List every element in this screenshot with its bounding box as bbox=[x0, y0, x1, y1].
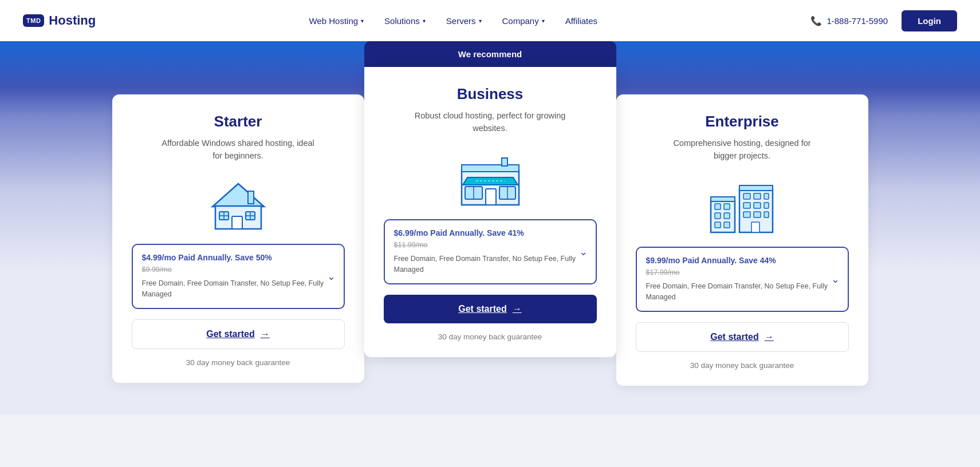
enterprise-price-box: $9.99/mo Paid Annually. Save 44% $17.99/… bbox=[636, 247, 849, 312]
nav-item-servers[interactable]: Servers ▾ bbox=[446, 16, 482, 26]
phone-icon: 📞 bbox=[810, 15, 822, 26]
chevron-down-icon: ▾ bbox=[479, 18, 482, 24]
logo-text: Hosting bbox=[49, 13, 96, 28]
enterprise-money-back: 30 day money back guarantee bbox=[690, 361, 794, 370]
business-price-chevron[interactable]: ⌄ bbox=[579, 246, 588, 258]
business-price-details: $11.99/mo Free Domain, Free Domain Trans… bbox=[394, 240, 587, 275]
svg-rect-18 bbox=[502, 158, 507, 166]
header-right: 📞 1-888-771-5990 Login bbox=[810, 10, 957, 31]
enterprise-get-started-button[interactable]: Get started → bbox=[636, 322, 849, 352]
svg-rect-3 bbox=[232, 216, 242, 229]
enterprise-price-main: $9.99/mo Paid Annually. Save 44% bbox=[646, 256, 839, 265]
nav-item-company[interactable]: Company ▾ bbox=[502, 16, 545, 26]
login-button[interactable]: Login bbox=[902, 10, 957, 31]
starter-title: Starter bbox=[214, 113, 262, 130]
svg-rect-36 bbox=[743, 212, 750, 217]
enterprise-title: Enterprise bbox=[705, 113, 779, 130]
arrow-right-icon: → bbox=[765, 332, 774, 342]
svg-rect-27 bbox=[724, 222, 730, 228]
starter-price-chevron[interactable]: ⌄ bbox=[327, 270, 336, 283]
recommend-banner-row: We recommend bbox=[112, 41, 868, 67]
starter-desc: Affordable Windows shared hosting, ideal… bbox=[158, 137, 318, 163]
phone-block: 📞 1-888-771-5990 bbox=[810, 15, 888, 26]
logo-badge: TMD bbox=[23, 14, 44, 27]
arrow-right-icon: → bbox=[513, 304, 522, 314]
enterprise-price-chevron[interactable]: ⌄ bbox=[831, 273, 840, 286]
svg-rect-33 bbox=[743, 203, 750, 208]
enterprise-price-original: $17.99/mo bbox=[646, 267, 680, 278]
svg-rect-22 bbox=[715, 204, 721, 209]
svg-rect-25 bbox=[724, 213, 730, 219]
svg-rect-32 bbox=[764, 193, 769, 199]
svg-rect-24 bbox=[715, 213, 721, 219]
logo[interactable]: TMD Hosting bbox=[23, 13, 96, 28]
business-illustration bbox=[456, 153, 525, 208]
starter-price-original: $9.99/mo bbox=[142, 264, 172, 275]
starter-get-started-button[interactable]: Get started → bbox=[132, 319, 345, 349]
svg-rect-37 bbox=[754, 212, 761, 217]
svg-rect-29 bbox=[739, 185, 773, 191]
business-price-box: $6.99/mo Paid Annually. Save 41% $11.99/… bbox=[384, 219, 597, 284]
svg-rect-34 bbox=[754, 203, 761, 208]
svg-rect-39 bbox=[751, 222, 759, 232]
business-card: Business Robust cloud hosting, perfect f… bbox=[364, 67, 616, 357]
business-price-main: $6.99/mo Paid Annually. Save 41% bbox=[394, 228, 587, 238]
svg-rect-35 bbox=[764, 203, 769, 208]
enterprise-illustration bbox=[708, 181, 777, 235]
chevron-down-icon: ▾ bbox=[423, 18, 426, 24]
nav-item-solutions[interactable]: Solutions ▾ bbox=[384, 16, 426, 26]
svg-rect-11 bbox=[462, 165, 519, 172]
svg-rect-26 bbox=[715, 222, 721, 228]
header: TMD Hosting Web Hosting ▾ Solutions ▾ Se… bbox=[0, 0, 980, 41]
starter-price-details: $9.99/mo Free Domain, Free Domain Transf… bbox=[142, 264, 334, 300]
starter-illustration bbox=[207, 181, 270, 232]
starter-price-main: $4.99/mo Paid Annually. Save 50% bbox=[142, 253, 334, 262]
main-nav: Web Hosting ▾ Solutions ▾ Servers ▾ Comp… bbox=[309, 16, 597, 26]
arrow-right-icon: → bbox=[261, 329, 270, 339]
business-title: Business bbox=[457, 85, 524, 103]
nav-item-affiliates[interactable]: Affiliates bbox=[565, 16, 597, 26]
business-get-started-button[interactable]: Get started → bbox=[384, 295, 597, 323]
starter-card: Starter Affordable Windows shared hostin… bbox=[112, 94, 364, 383]
starter-price-box: $4.99/mo Paid Annually. Save 50% $9.99/m… bbox=[132, 244, 345, 309]
svg-rect-21 bbox=[711, 197, 735, 201]
svg-rect-1 bbox=[248, 191, 254, 204]
starter-money-back: 30 day money back guarantee bbox=[186, 358, 290, 367]
enterprise-price-details: $17.99/mo Free Domain, Free Domain Trans… bbox=[646, 267, 839, 303]
enterprise-desc: Comprehensive hosting, designed for bigg… bbox=[662, 137, 822, 163]
nav-item-web-hosting[interactable]: Web Hosting ▾ bbox=[309, 16, 364, 26]
business-price-original: $11.99/mo bbox=[394, 240, 428, 251]
phone-number: 1-888-771-5990 bbox=[826, 16, 888, 26]
business-desc: Robust cloud hosting, perfect for growin… bbox=[410, 110, 570, 135]
chevron-down-icon: ▾ bbox=[542, 18, 545, 24]
svg-rect-23 bbox=[724, 204, 730, 209]
svg-rect-30 bbox=[743, 193, 750, 199]
svg-marker-0 bbox=[212, 184, 264, 207]
svg-rect-38 bbox=[764, 212, 769, 217]
pricing-cards: Starter Affordable Windows shared hostin… bbox=[112, 67, 868, 386]
svg-rect-15 bbox=[486, 189, 496, 205]
chevron-down-icon: ▾ bbox=[361, 18, 364, 24]
we-recommend-banner: We recommend bbox=[364, 41, 616, 67]
business-money-back: 30 day money back guarantee bbox=[438, 333, 542, 341]
enterprise-card: Enterprise Comprehensive hosting, design… bbox=[616, 94, 868, 386]
svg-rect-31 bbox=[754, 193, 761, 199]
